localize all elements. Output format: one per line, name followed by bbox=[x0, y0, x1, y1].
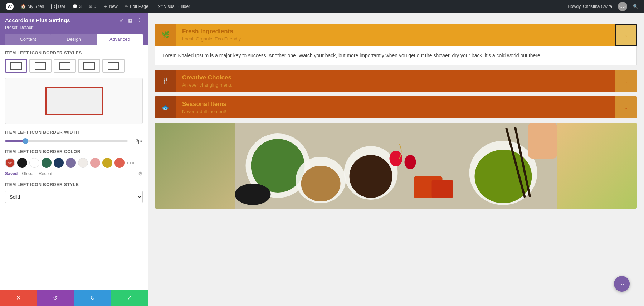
color-settings-gear-icon[interactable]: ⚙ bbox=[138, 171, 143, 176]
accordion-header-3[interactable]: 🐟 Seasonal Items Never a dull moment! ↓ bbox=[155, 96, 637, 118]
color-swatch-purple[interactable] bbox=[66, 158, 76, 168]
border-style-double[interactable] bbox=[78, 59, 100, 73]
color-swatch-red[interactable] bbox=[114, 158, 125, 168]
dashed-preview bbox=[35, 62, 46, 70]
border-style-groove[interactable] bbox=[102, 59, 125, 73]
user-avatar[interactable]: CG bbox=[616, 0, 629, 13]
divi-menu[interactable]: D Divi bbox=[48, 0, 68, 13]
color-swatch-navy[interactable] bbox=[54, 158, 64, 168]
border-preview-box bbox=[5, 78, 143, 124]
svg-point-4 bbox=[350, 155, 392, 198]
save-button[interactable]: ✓ bbox=[111, 290, 148, 306]
color-tab-recent[interactable]: Recent bbox=[39, 171, 52, 176]
border-style-dropdown-row: Solid Dashed Dotted Double None bbox=[5, 191, 143, 203]
border-styles-label: Item Left Icon Border Styles bbox=[5, 50, 143, 55]
panel-header-icons: ⤢ ▦ ⋮ bbox=[119, 16, 143, 24]
accordion-item-2: 🍴 Creative Choices An ever changing menu… bbox=[155, 70, 637, 92]
messages-button[interactable]: ✉ 0 bbox=[86, 0, 99, 13]
color-swatch-cream[interactable] bbox=[78, 158, 88, 168]
delete-button[interactable]: ✕ bbox=[0, 290, 37, 306]
page-content: 🌿 Fresh Ingredients Local. Organic. Eco-… bbox=[148, 13, 644, 306]
accordion-title-1: Fresh Ingredients bbox=[182, 28, 610, 35]
svg-rect-15 bbox=[432, 180, 453, 198]
groove-preview bbox=[108, 62, 119, 70]
accordion-icon-3: 🐟 bbox=[155, 96, 176, 118]
svg-point-16 bbox=[235, 184, 271, 205]
main-layout: Accordions Plus Settings ⤢ ▦ ⋮ Preset: D… bbox=[0, 13, 644, 306]
more-icon[interactable]: ⋮ bbox=[136, 16, 143, 24]
color-swatch-gold[interactable] bbox=[102, 158, 112, 168]
accordion-icon-2: 🍴 bbox=[155, 70, 176, 92]
accordion-title-3: Seasonal Items bbox=[182, 101, 610, 108]
color-tab-saved[interactable]: Saved bbox=[5, 171, 18, 176]
accordion-item-3: 🐟 Seasonal Items Never a dull moment! ↓ bbox=[155, 96, 637, 118]
color-swatch-green[interactable] bbox=[42, 158, 52, 168]
wp-logo-button[interactable]: W bbox=[3, 0, 16, 13]
reset-button[interactable]: ↺ bbox=[37, 290, 74, 306]
delete-icon: ✕ bbox=[16, 295, 21, 301]
settings-panel: Accordions Plus Settings ⤢ ▦ ⋮ Preset: D… bbox=[0, 13, 148, 306]
home-icon: 🏠 bbox=[21, 4, 26, 9]
accordion-icon-1: 🌿 bbox=[155, 24, 176, 46]
message-icon: ✉ bbox=[89, 4, 92, 9]
svg-point-8 bbox=[301, 166, 341, 201]
fab-button[interactable]: ··· bbox=[614, 276, 630, 292]
accordion-header-1[interactable]: 🌿 Fresh Ingredients Local. Organic. Eco-… bbox=[155, 24, 637, 46]
exit-builder-button[interactable]: Exit Visual Builder bbox=[153, 0, 193, 13]
user-greeting: Howdy, Christina Gwira bbox=[565, 4, 615, 9]
admin-bar: W 🏠 My Sites D Divi 💬 3 ✉ 0 ＋ New ✏ Edit… bbox=[0, 0, 644, 13]
color-tabs-row: Saved Global Recent ⚙ bbox=[5, 171, 143, 176]
accordion-header-2[interactable]: 🍴 Creative Choices An ever changing menu… bbox=[155, 70, 637, 92]
panel-header: Accordions Plus Settings ⤢ ▦ ⋮ Preset: D… bbox=[0, 13, 148, 45]
accordion-title-area-2: Creative Choices An ever changing menu. bbox=[176, 71, 615, 91]
color-swatch-pink[interactable] bbox=[90, 158, 100, 168]
border-style-select[interactable]: Solid Dashed Dotted Double None bbox=[5, 191, 143, 203]
edit-page-button[interactable]: ✏ Edit Page bbox=[122, 0, 151, 13]
border-width-slider[interactable] bbox=[5, 140, 128, 142]
more-colors-dots[interactable] bbox=[127, 162, 134, 164]
svg-point-10 bbox=[405, 155, 416, 169]
avatar: CG bbox=[618, 2, 627, 11]
svg-point-9 bbox=[390, 151, 402, 166]
redo-icon: ↻ bbox=[90, 295, 95, 301]
color-swatch-white[interactable] bbox=[29, 158, 39, 168]
preset-selector[interactable]: Preset: Default bbox=[5, 25, 143, 30]
panel-actions: ✕ ↺ ↻ ✓ bbox=[0, 290, 148, 306]
comments-icon: 💬 bbox=[72, 4, 78, 9]
tab-design[interactable]: Design bbox=[51, 34, 97, 45]
accordion-subtitle-3: Never a dull moment! bbox=[182, 109, 610, 114]
accordion-toggle-1[interactable]: ↓ bbox=[615, 24, 637, 46]
border-color-label: Item Left Icon Border Color bbox=[5, 149, 143, 154]
accordion-toggle-2[interactable]: ↓ bbox=[615, 70, 637, 92]
edit-icon: ✏ bbox=[125, 4, 128, 9]
color-swatch-black[interactable] bbox=[17, 158, 27, 168]
border-preview-inner bbox=[45, 87, 103, 115]
wp-icon: W bbox=[6, 3, 14, 10]
tab-advanced[interactable]: Advanced bbox=[97, 34, 143, 45]
plus-icon: ＋ bbox=[103, 4, 108, 10]
search-button[interactable]: 🔍 bbox=[630, 0, 641, 13]
checkmark-icon: ✓ bbox=[127, 295, 132, 301]
accordion-title-area-3: Seasonal Items Never a dull moment! bbox=[176, 97, 615, 118]
color-tab-global[interactable]: Global bbox=[22, 171, 34, 176]
redo-button[interactable]: ↻ bbox=[74, 290, 111, 306]
layout-icon[interactable]: ▦ bbox=[127, 16, 133, 24]
border-style-options bbox=[5, 59, 143, 73]
border-style-solid[interactable] bbox=[5, 59, 27, 73]
comments-button[interactable]: 💬 3 bbox=[69, 0, 84, 13]
new-content-button[interactable]: ＋ New bbox=[101, 0, 121, 13]
accordion-subtitle-1: Local. Organic. Eco-Friendly. bbox=[182, 36, 610, 42]
my-sites-menu[interactable]: 🏠 My Sites bbox=[18, 0, 47, 13]
border-style-dashed[interactable] bbox=[29, 59, 52, 73]
panel-content: Item Left Icon Border Styles bbox=[0, 45, 148, 290]
accordion-toggle-3[interactable]: ↓ bbox=[615, 96, 637, 118]
dotted-preview bbox=[59, 62, 70, 70]
dot1 bbox=[127, 162, 128, 164]
divi-icon: D bbox=[51, 4, 57, 9]
border-style-dotted[interactable] bbox=[54, 59, 76, 73]
expand-icon[interactable]: ⤢ bbox=[119, 16, 125, 24]
food-image-svg bbox=[155, 123, 637, 209]
tab-content[interactable]: Content bbox=[5, 34, 51, 45]
eyedropper-tool[interactable]: ✏ bbox=[5, 158, 15, 168]
solid-preview bbox=[10, 62, 22, 70]
